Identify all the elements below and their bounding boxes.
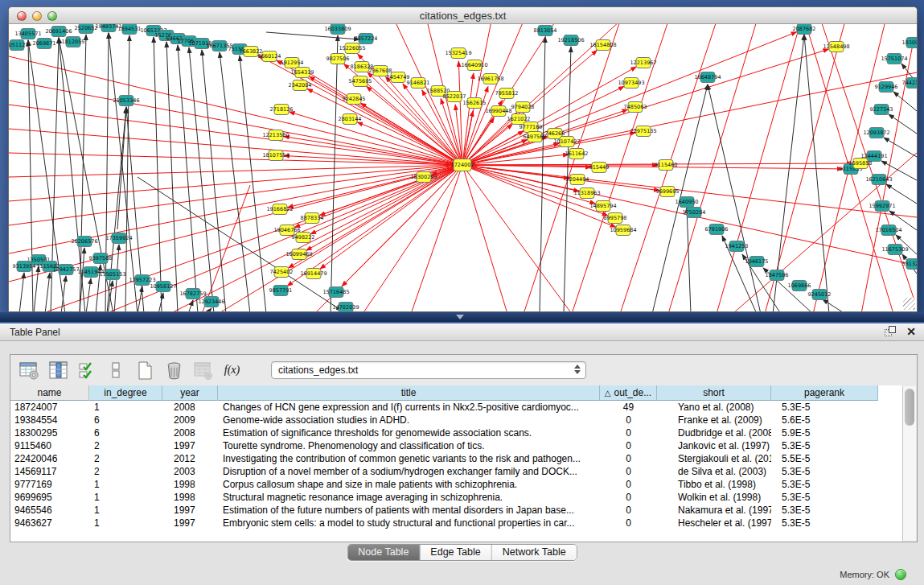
- cell-name[interactable]: 22420046: [10, 452, 89, 465]
- network-table-select[interactable]: citations_edges.txt: [271, 361, 586, 379]
- function-builder-icon[interactable]: f(x): [221, 360, 243, 381]
- graph-node[interactable]: 12942757: [52, 265, 79, 275]
- graph-node[interactable]: 16990448: [485, 106, 511, 117]
- graph-node[interactable]: 1051123: [9, 40, 28, 51]
- table-row[interactable]: 977716911998Corpus callosum shape and si…: [10, 478, 902, 491]
- edge-red[interactable]: [9, 165, 462, 225]
- graph-node[interactable]: 16210643: [865, 175, 892, 185]
- table-row[interactable]: 969969511998Structural magnetic resonanc…: [10, 491, 902, 504]
- cell-name[interactable]: 14569117: [10, 465, 89, 478]
- graph-node[interactable]: 1046175: [745, 257, 769, 267]
- table-row[interactable]: 1938455462009Genome-wide association stu…: [10, 414, 902, 426]
- show-columns-icon[interactable]: [47, 360, 69, 381]
- graph-node[interactable]: 17016504: [875, 225, 901, 236]
- graph-node[interactable]: 8660124: [258, 51, 281, 62]
- cell-in_degree[interactable]: 1: [89, 504, 162, 517]
- graph-node[interactable]: 10973493: [618, 78, 644, 89]
- edge-black-directed[interactable]: [804, 35, 829, 311]
- delete-table-icon[interactable]: [163, 360, 185, 381]
- graph-node[interactable]: 13405571: [14, 29, 41, 39]
- column-header-short[interactable]: short: [657, 385, 771, 401]
- cell-title[interactable]: Embryonic stem cells: a model to study s…: [218, 517, 600, 529]
- edge-red[interactable]: [9, 129, 462, 165]
- cell-out_de[interactable]: 0: [600, 414, 657, 426]
- edge-black-directed[interactable]: [188, 300, 193, 311]
- cell-in_degree[interactable]: 1: [89, 491, 162, 504]
- split-divider-handle-icon[interactable]: [456, 315, 464, 319]
- edge-black-directed[interactable]: [886, 184, 917, 204]
- edge-black-directed[interactable]: [266, 32, 359, 39]
- graph-node[interactable]: 11318963: [573, 188, 600, 199]
- close-panel-icon[interactable]: ✕: [906, 326, 916, 338]
- graph-node[interactable]: 15992971: [869, 201, 895, 212]
- graph-node[interactable]: 1894531: [118, 24, 142, 35]
- cell-title[interactable]: Changes of HCN gene expression and I(f) …: [218, 401, 600, 414]
- cell-in_degree[interactable]: 1: [89, 401, 162, 414]
- table-row[interactable]: 946362711997Embryonic stem cells: a mode…: [10, 517, 902, 529]
- cell-year[interactable]: 2009: [162, 414, 218, 426]
- edge-red-directed[interactable]: [462, 143, 559, 165]
- network-view-window[interactable]: citations_edges.txt 13405571206914062520…: [8, 6, 918, 312]
- graph-node[interactable]: 7425402: [270, 267, 294, 278]
- graph-node[interactable]: 9397588: [89, 253, 113, 264]
- graph-node[interactable]: 1847596: [766, 270, 789, 281]
- graph-node[interactable]: 10958127: [150, 282, 176, 292]
- table-options-icon[interactable]: [18, 360, 40, 381]
- graph-node[interactable]: 1830954: [902, 38, 917, 48]
- cell-short[interactable]: Stergiakouli et al. (2012): [657, 452, 771, 465]
- graph-node[interactable]: 12213967: [630, 58, 656, 68]
- graph-node[interactable]: 12093872: [863, 128, 889, 138]
- edge-black-directed[interactable]: [125, 35, 129, 311]
- graph-hub-node[interactable]: 1724007: [451, 159, 474, 171]
- graph-node[interactable]: 1069866: [788, 281, 811, 291]
- edge-black-directed[interactable]: [45, 273, 50, 311]
- graph-node[interactable]: 7442107: [902, 78, 917, 89]
- cell-in_degree[interactable]: 2: [89, 452, 162, 465]
- table-row[interactable]: 2242004622012Investigating the contribut…: [10, 452, 902, 465]
- cell-in_degree[interactable]: 2: [89, 465, 162, 478]
- graph-node[interactable]: 15716485: [322, 287, 349, 298]
- edge-red-directed[interactable]: [306, 165, 462, 250]
- cell-short[interactable]: Hescheler et al. (1997): [657, 517, 771, 529]
- select-stepper-icon[interactable]: [574, 365, 581, 374]
- cell-year[interactable]: 1997: [162, 504, 218, 517]
- table-scrollbar-thumb[interactable]: [905, 389, 914, 426]
- graph-node[interactable]: 18107554: [262, 150, 289, 161]
- cell-out_de[interactable]: 49: [600, 401, 657, 414]
- graph-node[interactable]: 9227343: [870, 105, 893, 115]
- edge-black-directed[interactable]: [220, 52, 250, 311]
- cell-short[interactable]: Tibbo et al. (1998): [657, 478, 771, 491]
- graph-node[interactable]: 16640910: [461, 60, 487, 71]
- graph-node[interactable]: 5912954: [281, 58, 304, 68]
- cell-out_de[interactable]: 0: [600, 439, 657, 452]
- edge-red-directed[interactable]: [386, 77, 462, 165]
- cell-pagerank[interactable]: 5.5E-5: [771, 452, 878, 465]
- cell-title[interactable]: Estimation of significance thresholds fo…: [218, 426, 600, 439]
- cell-year[interactable]: 1997: [162, 517, 218, 529]
- edge-black-directed[interactable]: [86, 278, 91, 311]
- cell-short[interactable]: Jankovic et al. (1997): [657, 439, 771, 452]
- edge-black-directed[interactable]: [166, 42, 178, 311]
- cell-pagerank[interactable]: 5.6E-5: [771, 414, 878, 426]
- cell-out_de[interactable]: 0: [600, 426, 657, 439]
- graph-node[interactable]: 19166822: [266, 204, 293, 215]
- graph-node[interactable]: 17359924: [105, 233, 132, 244]
- graph-node[interactable]: 9129946: [875, 82, 898, 93]
- edge-black-directed[interactable]: [207, 308, 211, 311]
- cell-out_de[interactable]: 0: [600, 491, 657, 504]
- cell-name[interactable]: 9777169: [10, 478, 89, 491]
- cell-out_de[interactable]: 0: [600, 504, 657, 517]
- cell-year[interactable]: 1998: [162, 491, 218, 504]
- graph-node[interactable]: 7955812: [495, 89, 519, 99]
- cell-title[interactable]: Genome-wide association studies in ADHD.: [218, 414, 600, 426]
- clear-selection-icon[interactable]: [105, 360, 127, 381]
- edge-red[interactable]: [9, 105, 462, 165]
- graph-node[interactable]: 1611642: [565, 149, 589, 159]
- cell-pagerank[interactable]: 5.3E-5: [771, 401, 878, 414]
- edge-black-directed[interactable]: [331, 35, 338, 311]
- edge-red[interactable]: [765, 24, 845, 311]
- graph-node[interactable]: 16648794: [694, 72, 721, 83]
- graph-node[interactable]: 16033809: [324, 24, 351, 35]
- edge-black-directed[interactable]: [117, 108, 126, 229]
- cell-pagerank[interactable]: 5.3E-5: [771, 504, 878, 517]
